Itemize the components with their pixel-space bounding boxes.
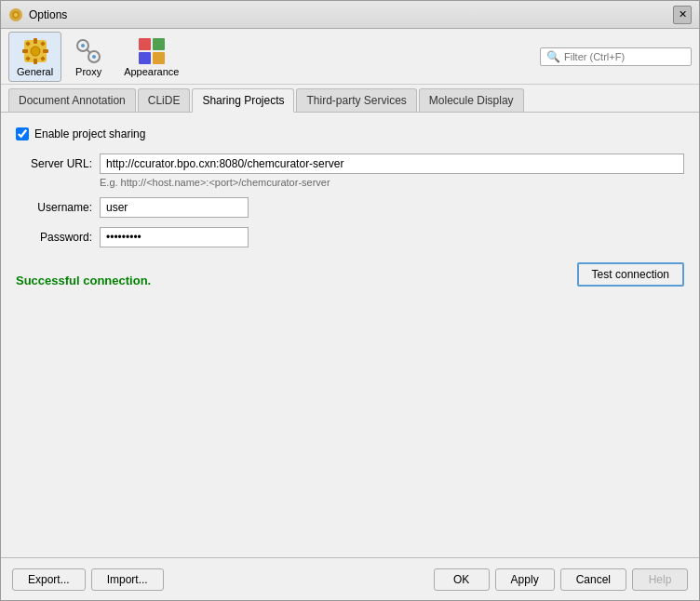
content-area: Enable project sharing Server URL: E.g. … [1,113,699,557]
footer-right-buttons: OK Apply Cancel Help [434,568,688,591]
svg-point-17 [92,55,96,59]
username-label: Username: [16,197,100,214]
success-message: Successful connection. [16,274,151,287]
server-url-hint: E.g. http://<host.name>:<port>/chemcurat… [100,177,684,188]
footer-left-buttons: Export... Import... [12,568,164,591]
app-icon [8,7,23,22]
tab-document-annotation[interactable]: Document Annotation [8,88,136,112]
proxy-icon [74,36,103,66]
enable-sharing-checkbox[interactable] [16,127,29,140]
server-url-row: Server URL: E.g. http://<host.name>:<por… [16,154,684,188]
help-button[interactable]: Help [632,568,688,591]
window-title: Options [29,8,67,21]
svg-rect-21 [153,52,165,64]
svg-rect-7 [22,49,28,53]
server-url-label: Server URL: [16,154,100,170]
tab-molecule-display[interactable]: Molecule Display [419,88,524,112]
import-button[interactable]: Import... [91,568,164,591]
toolbar-filter: 🔍 [540,47,692,66]
password-input[interactable] [100,227,249,247]
password-label: Password: [16,227,100,244]
filter-input[interactable] [564,51,685,62]
toolbar-proxy-button[interactable]: Proxy [65,32,112,82]
tab-third-party-services[interactable]: Third-party Services [296,88,416,112]
svg-rect-20 [139,52,151,64]
toolbar-general-button[interactable]: General [8,32,61,82]
server-url-input[interactable] [100,154,684,174]
general-label: General [17,66,53,77]
apply-button[interactable]: Apply [495,568,555,591]
title-bar: Options ✕ [1,1,699,29]
ok-button[interactable]: OK [434,568,490,591]
proxy-label: Proxy [75,66,101,77]
svg-rect-6 [34,59,37,64]
tab-clide[interactable]: CLiDE [138,88,191,112]
svg-rect-5 [34,38,37,44]
enable-sharing-label[interactable]: Enable project sharing [34,127,145,140]
username-col [100,197,684,218]
test-connection-button[interactable]: Test connection [577,262,684,287]
appearance-icon [137,36,167,66]
enable-project-sharing-row: Enable project sharing [16,127,684,140]
server-url-col: E.g. http://<host.name>:<port>/chemcurat… [100,154,684,188]
username-row: Username: [16,197,684,218]
svg-point-2 [14,13,18,17]
search-icon: 🔍 [546,50,560,63]
tabs-bar: Document Annotation CLiDE Sharing Projec… [1,85,699,113]
svg-point-4 [31,47,40,56]
general-icon [20,36,50,66]
svg-rect-19 [153,38,165,50]
filter-box[interactable]: 🔍 [540,47,692,66]
close-button[interactable]: ✕ [673,6,692,24]
username-input[interactable] [100,197,249,218]
password-col [100,227,684,247]
toolbar: General Proxy [1,29,699,85]
svg-rect-8 [43,49,48,53]
tab-sharing-projects[interactable]: Sharing Projects [192,88,294,113]
appearance-label: Appearance [124,66,179,77]
cancel-button[interactable]: Cancel [560,568,626,591]
password-row: Password: [16,227,684,247]
title-bar-left: Options [8,7,67,22]
svg-point-16 [81,44,85,47]
footer: Export... Import... OK Apply Cancel Help [1,557,699,600]
toolbar-appearance-button[interactable]: Appearance [115,32,187,82]
export-button[interactable]: Export... [12,568,86,591]
status-row: Successful connection. Test connection [16,260,684,287]
toolbar-buttons: General Proxy [8,32,187,82]
svg-line-15 [87,49,90,53]
options-window: Options ✕ General [0,0,700,601]
svg-rect-18 [139,38,151,50]
